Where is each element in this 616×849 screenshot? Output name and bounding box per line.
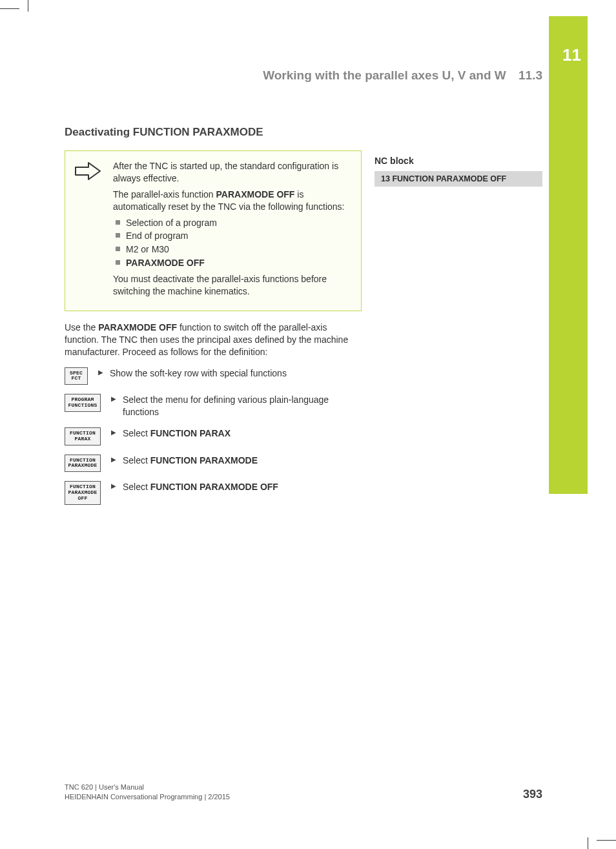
list-item: Selection of a program: [113, 217, 352, 229]
procedure-step: SPEC FCT Show the soft-key row with spec…: [65, 367, 362, 385]
page: 11 Working with the parallel axes U, V a…: [0, 0, 616, 849]
header-section: 11.3: [518, 68, 542, 82]
page-title: Deactivating FUNCTION PARAXMODE: [65, 126, 542, 139]
chapter-number: 11: [562, 45, 581, 65]
softkey-function-paraxmode: FUNCTION PARAXMODE: [65, 455, 101, 473]
note-body: After the TNC is started up, the standar…: [113, 160, 352, 302]
crop-mark: [0, 8, 19, 9]
note-paragraph: After the TNC is started up, the standar…: [113, 160, 352, 185]
nc-block: 13 FUNCTION PARAXMODE OFF: [375, 171, 542, 187]
softkey-spec-fct: SPEC FCT: [65, 367, 88, 385]
note-box: After the TNC is started up, the standar…: [65, 150, 362, 311]
crop-mark: [597, 840, 616, 841]
step-text: Show the soft-key row with special funct…: [98, 367, 362, 380]
softkey-function-paraxmode-off: FUNCTION PARAXMODE OFF: [65, 481, 101, 504]
note-paragraph: You must deactivate the parallel-axis fu…: [113, 273, 352, 298]
step-text: Select the menu for defining various pla…: [111, 394, 362, 418]
list-item: PARAXMODE OFF: [113, 257, 352, 269]
procedure-step: PROGRAM FUNCTIONS Select the menu for de…: [65, 394, 362, 418]
list-item: M2 or M30: [113, 243, 352, 256]
softkey-function-parax: FUNCTION PARAX: [65, 427, 101, 445]
note-paragraph: The parallel-axis function PARAXMODE OFF…: [113, 189, 352, 213]
right-column: NC block 13 FUNCTION PARAXMODE OFF: [375, 150, 542, 514]
step-text: Select FUNCTION PARAX: [111, 427, 362, 440]
arrow-right-icon: [74, 160, 105, 183]
procedure-step: FUNCTION PARAXMODE Select FUNCTION PARAX…: [65, 455, 362, 473]
footer: TNC 620 | User's Manual HEIDENHAIN Conve…: [65, 783, 542, 801]
two-column: After the TNC is started up, the standar…: [65, 150, 542, 514]
footer-text: TNC 620 | User's Manual HEIDENHAIN Conve…: [65, 783, 230, 801]
softkey-program-functions: PROGRAM FUNCTIONS: [65, 394, 101, 412]
note-list: Selection of a program End of program M2…: [113, 217, 352, 270]
crop-mark: [588, 837, 588, 849]
header-title: Working with the parallel axes U, V and …: [263, 68, 506, 82]
body-paragraph: Use the PARAXMODE OFF function to switch…: [65, 322, 362, 358]
page-number: 393: [523, 788, 542, 801]
crop-mark: [28, 0, 28, 12]
procedure-step: FUNCTION PARAX Select FUNCTION PARAX: [65, 427, 362, 445]
step-text: Select FUNCTION PARAXMODE OFF: [111, 481, 362, 493]
chapter-tab: 11: [549, 16, 588, 494]
procedure-step: FUNCTION PARAXMODE OFF Select FUNCTION P…: [65, 481, 362, 504]
step-text: Select FUNCTION PARAXMODE: [111, 455, 362, 467]
content: Deactivating FUNCTION PARAXMODE After th…: [65, 126, 542, 514]
nc-block-title: NC block: [375, 156, 542, 166]
list-item: End of program: [113, 230, 352, 242]
left-column: After the TNC is started up, the standar…: [65, 150, 362, 514]
running-header: Working with the parallel axes U, V and …: [65, 68, 542, 83]
